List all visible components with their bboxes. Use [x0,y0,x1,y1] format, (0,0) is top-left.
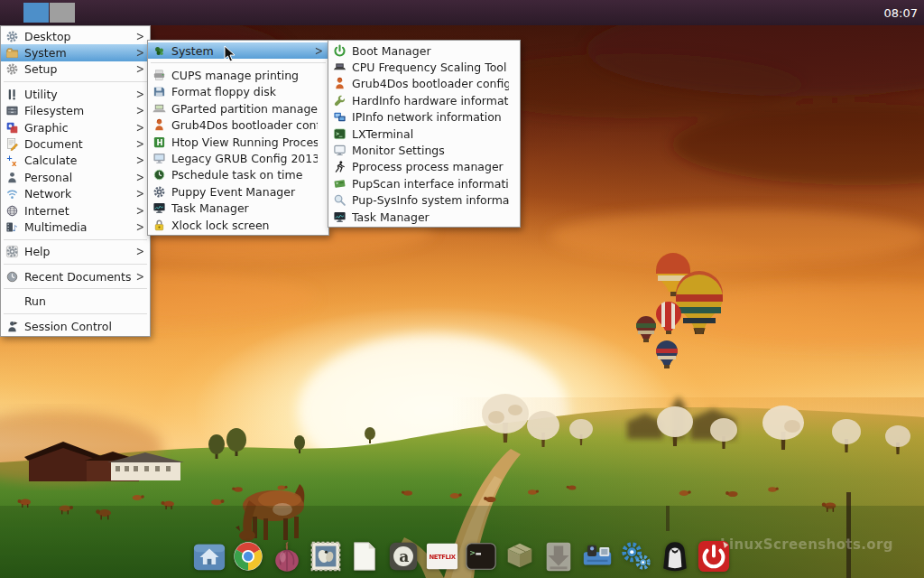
submenu-arrow: > [136,104,144,118]
abiword-icon: a [386,560,420,577]
system-green-icon [152,44,166,58]
calculate-icon: +x [5,154,19,167]
grub4dos-icon [333,77,346,90]
main-menu: Desktop > System > Setup > Utility > Fil… [0,25,151,337]
internet-icon [5,204,19,218]
item-task-manager[interactable]: Task Manager [148,200,328,217]
item-filesystem[interactable]: Filesystem > [1,103,150,119]
item-personal[interactable]: Personal > [1,169,150,185]
item-desktop[interactable]: Desktop > [1,28,150,44]
item-xlock-lock-screen[interactable]: Xlock lock screen [148,217,328,233]
ipinfo-icon [333,110,346,124]
terminal-icon: > [464,560,498,577]
svg-text:>: > [470,547,476,557]
workspace-1[interactable] [23,3,49,23]
menu-separator [148,59,328,67]
mail-client[interactable] [309,539,343,573]
workspace-pager [23,3,75,23]
file-manager[interactable] [192,539,226,573]
submenu-arrow: > [315,43,323,58]
personal-icon [5,171,19,184]
item-recent-documents[interactable]: Recent Documents > [1,268,150,284]
item-calculate[interactable]: +x Calculate > [1,153,150,169]
item-lxterminal[interactable]: >_ LXTerminal [328,126,520,142]
task-manager-icon [333,210,346,224]
submenu-arrow: > [136,187,144,201]
item-monitor-settings[interactable]: Monitor Settings [328,142,520,158]
item-setup[interactable]: Setup > [1,61,150,78]
puppy-event-icon [152,185,166,199]
document-page-icon [347,560,382,577]
word-processor[interactable] [347,539,382,573]
recent-documents-icon [5,270,19,284]
drives-mounter[interactable] [580,539,614,573]
item-htop-view-running-processes[interactable]: H Htop View Running Processes [148,134,328,150]
dock-home-icon [192,560,226,577]
system-folder-icon [5,46,19,60]
trash[interactable] [658,539,692,573]
google-chrome[interactable] [231,539,265,573]
taskbar-launchers [3,2,16,23]
item-boot-manager[interactable]: Boot Manager [328,42,520,59]
item-grub4dos-bootloader-config[interactable]: Grub4Dos bootloader config [328,76,520,92]
item-utility[interactable]: Utility > [1,86,150,102]
item-format-floppy-disk[interactable]: Format floppy disk [148,84,328,100]
item-pprocess-process-manager[interactable]: Pprocess process manager [328,159,520,175]
item-ipinfo-network-information[interactable]: IPInfo network information [328,109,520,126]
item-task-manager[interactable]: Task Manager [328,209,520,225]
item-legacy-grub-config-2013[interactable]: Legacy GRUB Config 2013 [148,150,328,166]
item-multimedia[interactable]: ♪ Multimedia > [1,219,150,235]
graphic-icon [5,121,19,135]
onion-browser[interactable] [270,539,304,573]
package-cube-icon [503,560,537,577]
trash-tux-icon [658,560,692,577]
netflix[interactable]: NETFLIX [425,539,459,573]
item-session-control[interactable]: Session Control [1,318,150,334]
item-pschedule-task-on-time[interactable]: Pschedule task on time [148,167,328,183]
submenu-arrow: > [136,219,144,234]
item-document[interactable]: Document > [1,135,150,152]
abiword[interactable]: a [386,539,420,573]
item-cups-manage-printing[interactable]: CUPS manage printing [148,67,328,83]
item-system[interactable]: System > [148,42,328,59]
hardinfo-icon [333,94,346,107]
svg-text:a: a [399,547,409,565]
item-gparted-partition-manager[interactable]: GParted partition manager [148,100,328,117]
clock: 08:07 [882,6,921,20]
item-system[interactable]: System > [1,44,150,61]
item-puppy-event-manager[interactable]: Puppy Event Manager [148,183,328,200]
settings[interactable] [619,539,653,573]
package-tool[interactable] [503,539,537,573]
netflix-icon: NETFLIX [425,560,459,577]
lxterminal-icon: >_ [333,127,346,141]
submenu-arrow: > [136,136,144,151]
submenu-arrow: > [136,154,144,168]
xlock-icon [152,219,166,232]
legacy-grub-icon [152,152,166,165]
item-help[interactable]: Help > [1,244,150,260]
workspace-2[interactable] [50,3,75,23]
shutdown[interactable] [697,539,731,573]
mail-stamp-icon [309,560,343,577]
item-internet[interactable]: Internet > [1,202,150,219]
item-graphic[interactable]: Graphic > [1,119,150,135]
task-manager-icon [152,201,166,215]
gparted-icon [152,102,166,116]
item-pupscan-interface-information[interactable]: PupScan interface information [328,175,520,191]
submenu-arrow: > [136,269,144,284]
install-icon [541,560,576,577]
item-grub4dos-bootloader-config[interactable]: Grub4Dos bootloader config [148,117,328,134]
item-pup-sysinfo-system-information[interactable]: Pup-SysInfo system information [328,192,520,209]
setup-gear-icon [5,62,19,76]
mouse-cursor [224,45,236,67]
installer[interactable] [541,539,576,573]
menu-separator [1,236,150,244]
item-network[interactable]: Network > [1,186,150,202]
terminal[interactable]: > [464,539,498,573]
pupsysinfo-icon [333,193,346,207]
item-cpu-frequency-scaling-tool[interactable]: CPU Frequency Scaling Tool [328,59,520,75]
item-run[interactable]: Run [1,293,150,309]
menu-separator [1,310,150,318]
utility-icon [5,88,19,101]
item-hardinfo-hardware-information[interactable]: HardInfo hardware information [328,92,520,108]
